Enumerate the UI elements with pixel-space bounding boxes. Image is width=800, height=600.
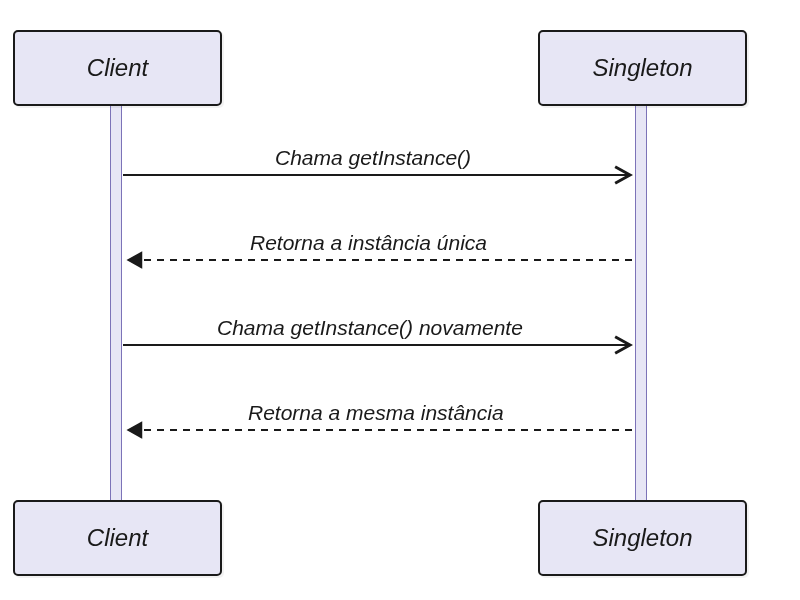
participant-singleton-bottom-label: Singleton bbox=[592, 524, 692, 552]
participant-client-bottom: Client bbox=[13, 500, 222, 576]
participant-client-bottom-label: Client bbox=[87, 524, 148, 552]
lifeline-singleton bbox=[635, 100, 647, 500]
message-3-label: Chama getInstance() novamente bbox=[217, 316, 523, 340]
message-4-label: Retorna a mesma instância bbox=[248, 401, 504, 425]
participant-singleton-bottom: Singleton bbox=[538, 500, 747, 576]
participant-client-top-label: Client bbox=[87, 54, 148, 82]
message-1-label: Chama getInstance() bbox=[275, 146, 471, 170]
sequence-diagram: Client Singleton Client Singleton Chama … bbox=[0, 0, 800, 600]
message-2-label: Retorna a instância única bbox=[250, 231, 487, 255]
participant-singleton-top: Singleton bbox=[538, 30, 747, 106]
participant-client-top: Client bbox=[13, 30, 222, 106]
participant-singleton-top-label: Singleton bbox=[592, 54, 692, 82]
lifeline-client bbox=[110, 100, 122, 500]
